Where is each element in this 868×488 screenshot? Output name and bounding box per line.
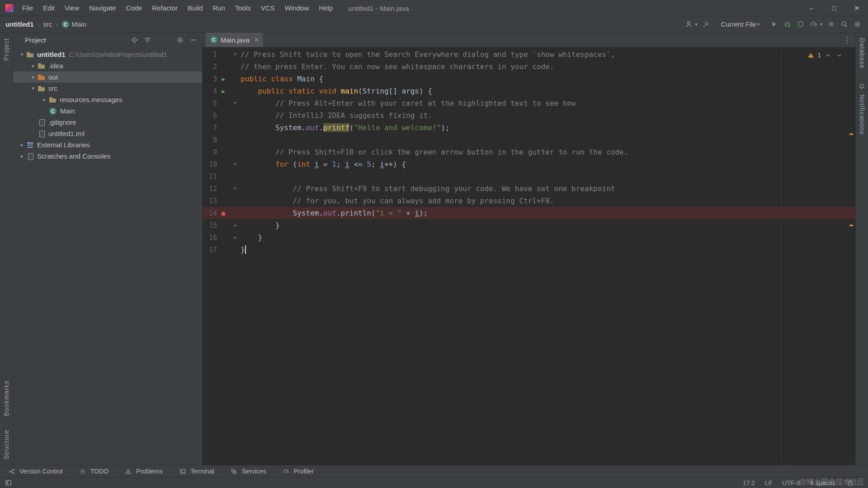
menu-file[interactable]: File <box>17 0 38 16</box>
tool-button-project[interactable]: Project <box>3 38 10 61</box>
breakpoint-icon[interactable]: ● <box>217 209 230 217</box>
chevron-open-icon[interactable]: ▾ <box>18 52 26 57</box>
breadcrumb-item-main[interactable]: CMain <box>62 20 87 28</box>
tab-main-java[interactable]: C Main.java ✕ <box>206 33 263 47</box>
tool-window-button-problems[interactable]: Problems <box>124 467 163 476</box>
menu-window[interactable]: Window <box>280 0 314 16</box>
code-line-4[interactable]: 4▶ public static void main(String[] args… <box>203 85 855 97</box>
line-separator[interactable]: LF <box>765 479 772 487</box>
caret-position[interactable]: 17:2 <box>743 479 755 487</box>
tree-item-external-libraries[interactable]: ▸External Libraries <box>13 139 202 150</box>
tool-button-structure[interactable]: Structure <box>3 430 10 460</box>
chevron-closed-icon[interactable]: ▸ <box>29 74 38 80</box>
tree-item-resources-messages[interactable]: ▸resources.messages <box>13 94 202 105</box>
menu-navigate[interactable]: Navigate <box>84 0 121 16</box>
breadcrumb-item-untitled1[interactable]: untitled1 <box>5 20 34 28</box>
tool-window-button-profiler[interactable]: Profiler <box>282 467 314 476</box>
tree-item-idea[interactable]: ▸.idea <box>13 60 202 71</box>
build-hammer-icon[interactable] <box>702 20 711 29</box>
chevron-open-icon[interactable]: ▾ <box>29 85 38 91</box>
tool-button-database[interactable]: Database <box>859 38 866 69</box>
chevron-closed-icon[interactable]: ▸ <box>29 63 38 69</box>
fold-down-icon[interactable] <box>230 53 241 56</box>
fold-down-icon[interactable] <box>230 188 241 190</box>
user-icon[interactable] <box>684 20 693 29</box>
code-line-11[interactable]: 11 <box>203 170 855 183</box>
tree-item-scratches-and-consoles[interactable]: ▸Scratches and Consoles <box>13 150 202 162</box>
code-line-5[interactable]: 5 // Press Alt+Enter with your caret at … <box>203 97 855 109</box>
menu-run[interactable]: Run <box>208 0 230 16</box>
menu-view[interactable]: View <box>60 0 84 16</box>
code-line-7[interactable]: 7 System.out.printf("Hello and welcome!"… <box>203 122 855 134</box>
tool-window-button-services[interactable]: Services <box>230 467 266 476</box>
hide-panel-icon[interactable] <box>189 36 198 45</box>
code-line-8[interactable]: 8 <box>203 134 855 146</box>
fold-down-icon[interactable] <box>230 102 241 104</box>
tool-button-notifications[interactable]: Notifications <box>858 82 867 135</box>
tool-window-button-terminal[interactable]: Terminal <box>178 467 214 476</box>
debug-icon[interactable] <box>783 20 792 29</box>
code-line-6[interactable]: 6 // IntelliJ IDEA suggests fixing it. <box>203 109 855 122</box>
fold-up-icon[interactable] <box>230 224 241 226</box>
run-icon[interactable] <box>770 20 779 29</box>
chevron-closed-icon[interactable]: ▸ <box>18 142 26 148</box>
code-editor[interactable]: 1// Press Shift twice to open the Search… <box>203 47 855 465</box>
run-line-icon[interactable]: ▶ <box>217 88 230 94</box>
indent-style[interactable]: 4 spaces <box>810 479 835 487</box>
tab-close-icon[interactable]: ✕ <box>254 37 259 43</box>
error-stripe-mark[interactable] <box>849 133 853 135</box>
fold-up-icon[interactable] <box>230 236 241 239</box>
project-panel-title[interactable]: Project <box>25 36 46 44</box>
code-line-1[interactable]: 1// Press Shift twice to open the Search… <box>203 48 855 61</box>
tree-item-untitled1[interactable]: ▾untitled1C:\Users\zjw\IdeaProjects\unti… <box>13 49 202 60</box>
code-line-17[interactable]: 17} <box>203 244 855 256</box>
tool-button-bookmarks[interactable]: Bookmarks <box>3 380 10 416</box>
project-panel-caret-icon[interactable]: ▾ <box>44 38 46 42</box>
minimize-button[interactable]: – <box>800 0 823 16</box>
inspections-widget[interactable]: 1 <box>806 51 844 60</box>
menu-code[interactable]: Code <box>121 0 147 16</box>
tab-options-icon[interactable]: ⋮ <box>843 35 851 45</box>
close-button[interactable]: ✕ <box>845 0 868 16</box>
error-stripe-mark[interactable] <box>849 225 853 226</box>
settings-icon[interactable] <box>853 20 862 29</box>
menu-refactor[interactable]: Refactor <box>147 0 183 16</box>
tree-item-untitled1-iml[interactable]: untitled1.iml <box>13 128 202 139</box>
tool-window-button-version-control[interactable]: Version Control <box>7 467 63 476</box>
prev-problem-icon[interactable] <box>823 51 832 60</box>
code-line-12[interactable]: 12 // Press Shift+F9 to start debugging … <box>203 183 855 195</box>
tree-item-gitignore[interactable]: .gitignore <box>13 117 202 128</box>
menu-tools[interactable]: Tools <box>230 0 256 16</box>
code-line-3[interactable]: 3▶public class Main { <box>203 73 855 85</box>
select-opened-file-icon[interactable] <box>130 36 139 45</box>
profiler-caret-icon[interactable]: ▾ <box>820 22 822 27</box>
menu-build[interactable]: Build <box>183 0 208 16</box>
intellij-logo-icon[interactable] <box>5 4 14 12</box>
code-line-10[interactable]: 10 for (int i = 1; i <= 5; i++) { <box>203 158 855 170</box>
code-line-16[interactable]: 16 } <box>203 231 855 244</box>
tree-item-out[interactable]: ▸out <box>13 71 202 83</box>
panel-options-icon[interactable] <box>175 36 184 45</box>
chevron-closed-icon[interactable]: ▸ <box>40 97 49 103</box>
chevron-closed-icon[interactable]: ▸ <box>18 153 26 159</box>
readonly-lock-icon[interactable] <box>845 479 854 488</box>
code-line-14[interactable]: 14● System.out.println("i = " + i); <box>203 207 855 219</box>
user-dropdown-caret-icon[interactable]: ▾ <box>695 22 698 27</box>
search-everywhere-icon[interactable] <box>840 20 849 29</box>
tool-window-switcher-icon[interactable] <box>4 479 13 488</box>
code-line-15[interactable]: 15 } <box>203 219 855 231</box>
run-configuration-select[interactable]: Current File ▾ <box>717 20 763 28</box>
collapse-all-icon[interactable] <box>143 36 152 45</box>
tree-item-src[interactable]: ▾src <box>13 83 202 94</box>
next-problem-icon[interactable] <box>835 51 844 60</box>
code-line-13[interactable]: 13 // for you, but you can always add mo… <box>203 195 855 207</box>
fold-down-icon[interactable] <box>230 163 241 165</box>
menu-vcs[interactable]: VCS <box>256 0 280 16</box>
breadcrumb-item-src[interactable]: src <box>43 20 52 28</box>
profiler-icon[interactable] <box>809 20 818 29</box>
maximize-button[interactable]: □ <box>823 0 845 16</box>
menu-edit[interactable]: Edit <box>38 0 60 16</box>
run-line-icon[interactable]: ▶ <box>217 76 230 82</box>
coverage-icon[interactable] <box>796 20 805 29</box>
code-line-2[interactable]: 2// then press Enter. You can now see wh… <box>203 61 855 73</box>
